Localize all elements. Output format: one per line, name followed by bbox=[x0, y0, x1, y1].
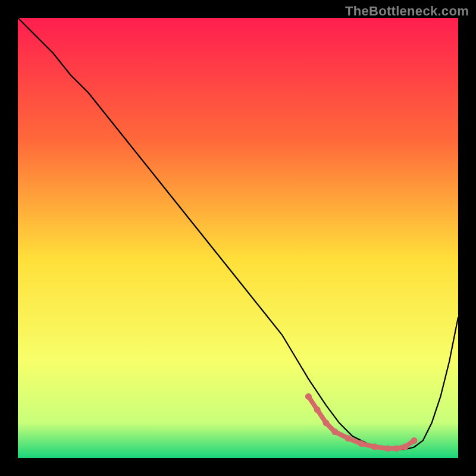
highlight-dot bbox=[411, 437, 418, 444]
plot-area bbox=[18, 18, 458, 458]
watermark-label: TheBottleneck.com bbox=[345, 4, 469, 19]
chart-outer-frame: TheBottleneck.com bbox=[0, 0, 476, 476]
chart-svg bbox=[18, 18, 458, 458]
gradient-background bbox=[18, 18, 458, 458]
